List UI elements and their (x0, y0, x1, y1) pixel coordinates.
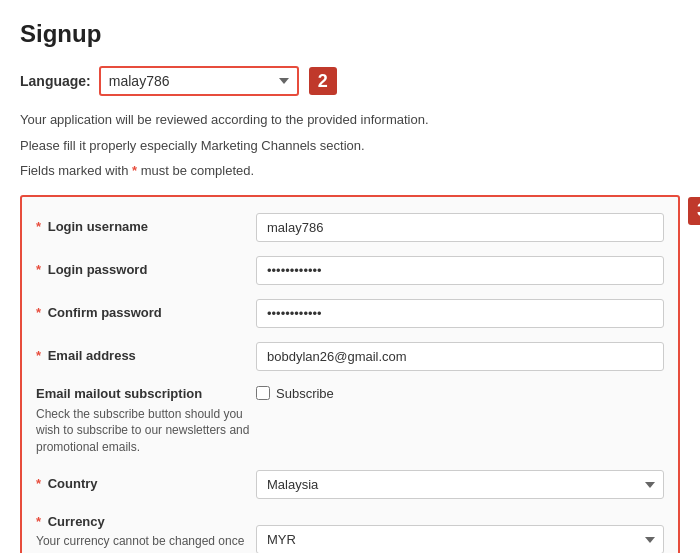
signup-form: 3 * Login username * Login password * Co… (20, 195, 680, 554)
username-input-col (256, 213, 664, 242)
confirm-password-row: * Confirm password (36, 299, 664, 328)
page-title: Signup (20, 20, 680, 48)
subscription-description: Check the subscribe button should you wi… (36, 406, 256, 456)
currency-row: * Currency Your currency cannot be chang… (36, 513, 664, 553)
username-required-star: * (36, 219, 41, 234)
subscription-row: Email mailout subscription Check the sub… (36, 385, 664, 457)
confirm-password-input-col (256, 299, 664, 328)
email-label: * Email address (36, 347, 256, 365)
language-row: Language: malay786 Spanish French Chines… (20, 66, 680, 96)
password-row: * Login password (36, 256, 664, 285)
password-input[interactable] (256, 256, 664, 285)
username-label: * Login username (36, 218, 256, 236)
subscribe-text: Subscribe (276, 386, 334, 401)
confirm-required-star: * (36, 305, 41, 320)
currency-input-col: MYR USD GBP SGD AUD (256, 525, 664, 553)
email-required-star: * (36, 348, 41, 363)
currency-note: Your currency cannot be changed once you… (36, 533, 256, 553)
country-input-col: Malaysia United States United Kingdom Si… (256, 470, 664, 499)
info-required: Fields marked with * must be completed. (20, 161, 680, 181)
subscribe-checkbox[interactable] (256, 386, 270, 400)
info-line1: Your application will be reviewed accord… (20, 110, 680, 130)
badge-3: 3 (688, 197, 700, 225)
language-label: Language: (20, 73, 91, 89)
country-select[interactable]: Malaysia United States United Kingdom Si… (256, 470, 664, 499)
email-row: * Email address (36, 342, 664, 371)
email-input[interactable] (256, 342, 664, 371)
subscription-label-col: Email mailout subscription Check the sub… (36, 385, 256, 457)
info-line2: Please fill it properly especially Marke… (20, 136, 680, 156)
country-required-star: * (36, 476, 41, 491)
password-required-star: * (36, 262, 41, 277)
password-input-col (256, 256, 664, 285)
currency-required-star: * (36, 514, 41, 529)
confirm-password-input[interactable] (256, 299, 664, 328)
email-input-col (256, 342, 664, 371)
badge-2: 2 (309, 67, 337, 95)
currency-label-col: * Currency Your currency cannot be chang… (36, 513, 256, 553)
country-label: * Country (36, 475, 256, 493)
username-row: * Login username (36, 213, 664, 242)
username-input[interactable] (256, 213, 664, 242)
subscription-label: Email mailout subscription (36, 385, 256, 403)
country-row: * Country Malaysia United States United … (36, 470, 664, 499)
confirm-password-label: * Confirm password (36, 304, 256, 322)
password-label: * Login password (36, 261, 256, 279)
currency-select[interactable]: MYR USD GBP SGD AUD (256, 525, 664, 553)
subscription-input-col: Subscribe (256, 385, 664, 401)
language-select[interactable]: malay786 Spanish French Chinese Arabic (99, 66, 299, 96)
required-star: * (132, 163, 137, 178)
